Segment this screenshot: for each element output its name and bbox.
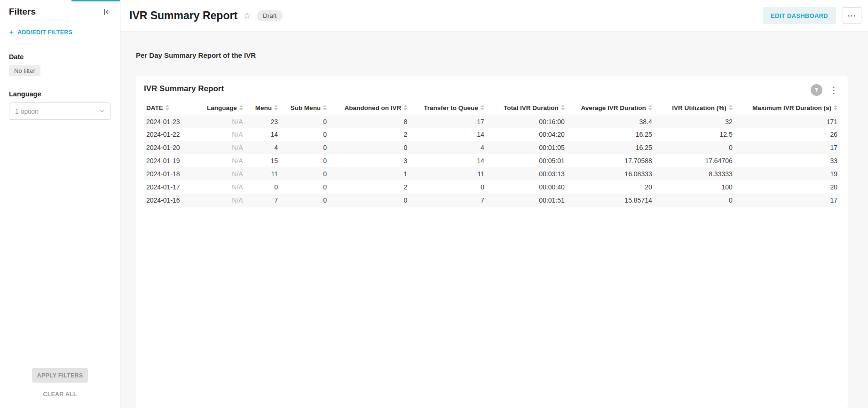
dashboard-main: IVR Summary Report ☆ Draft EDIT DASHBOAR… <box>120 0 868 408</box>
add-edit-filters-label: ADD/EDIT FILTERS <box>17 29 72 36</box>
table-cell: 00:05:01 <box>487 154 567 167</box>
table-cell: 16.08333 <box>567 167 655 180</box>
table-cell: 2 <box>329 128 410 141</box>
draft-badge: Draft <box>257 10 283 21</box>
table-cell: 12.5 <box>655 128 735 141</box>
date-filter-label: Date <box>9 53 111 61</box>
table-cell: 7 <box>245 194 280 207</box>
cross-filter-icon[interactable] <box>811 84 822 96</box>
table-cell: 14 <box>410 154 487 167</box>
table-cell: 0 <box>280 115 329 128</box>
table-cell: 0 <box>280 167 329 180</box>
table-cell: N/A <box>203 115 245 128</box>
table-cell: 16.25 <box>567 128 655 141</box>
favorite-star-icon[interactable]: ☆ <box>243 11 251 20</box>
table-cell: 0 <box>280 180 329 194</box>
table-cell: 0 <box>329 194 410 207</box>
table-cell: 17 <box>735 194 840 207</box>
sidebar-footer: APPLY FILTERS CLEAR ALL <box>9 368 111 398</box>
table-cell: 00:04:20 <box>487 128 567 141</box>
language-select[interactable]: 1 option <box>9 102 111 120</box>
table-row: 2024-01-23N/A23081700:16:0038.432171 <box>144 115 840 128</box>
table-row: 2024-01-22N/A14021400:04:2016.2512.526 <box>144 128 840 141</box>
table-cell: 15.85714 <box>567 194 655 207</box>
table-cell: 00:01:05 <box>487 141 567 154</box>
column-header-maximum-ivr-duration-s[interactable]: Maximum IVR Duration (s) <box>735 102 840 115</box>
table-cell: 2024-01-18 <box>144 167 203 180</box>
table-cell: 00:03:13 <box>487 167 567 180</box>
page-title: IVR Summary Report <box>129 9 237 22</box>
date-filter-chip[interactable]: No filter <box>9 65 40 76</box>
column-header-ivr-utilization[interactable]: IVR Utilization (%) <box>655 102 735 115</box>
sort-icon <box>648 105 652 110</box>
table-cell: 2024-01-19 <box>144 154 203 167</box>
column-header-average-ivr-duration[interactable]: Average IVR Duration <box>567 102 655 115</box>
table-cell: 11 <box>245 167 280 180</box>
table-row: 2024-01-18N/A11011100:03:1316.083338.333… <box>144 167 840 180</box>
table-body: 2024-01-23N/A23081700:16:0038.4321712024… <box>144 115 840 207</box>
column-header-transfer-to-queue[interactable]: Transfer to Queue <box>410 102 487 115</box>
sort-icon <box>274 105 278 110</box>
table-cell: 00:16:00 <box>487 115 567 128</box>
table-cell: 0 <box>410 180 487 194</box>
table-cell: 171 <box>735 115 840 128</box>
table-cell: 15 <box>245 154 280 167</box>
filters-sidebar: Filters + ADD/EDIT FILTERS Date No filte… <box>0 0 120 408</box>
table-row: 2024-01-19N/A15031400:05:0117.7058817.64… <box>144 154 840 167</box>
table-cell: 4 <box>245 141 280 154</box>
table-cell: 2 <box>329 180 410 194</box>
table-cell: 0 <box>280 141 329 154</box>
table-cell: 17.64706 <box>655 154 735 167</box>
table-row: 2024-01-17N/A002000:00:402010020 <box>144 180 840 194</box>
table-cell: 8 <box>329 115 410 128</box>
clear-all-button[interactable]: CLEAR ALL <box>43 391 77 398</box>
sidebar-accent-line <box>71 0 120 1</box>
ellipsis-icon: ··· <box>848 12 856 20</box>
sort-icon <box>561 105 565 110</box>
column-header-menu[interactable]: Menu <box>245 102 280 115</box>
column-header-date[interactable]: DATE <box>144 102 203 115</box>
table-cell: 0 <box>280 154 329 167</box>
column-header-language[interactable]: Language <box>203 102 245 115</box>
table-cell: 8.33333 <box>655 167 735 180</box>
date-filter-group: Date No filter <box>9 53 111 76</box>
table-cell: 00:00:40 <box>487 180 567 194</box>
table-header-row: DATELanguageMenuSub MenuAbandoned on IVR… <box>144 102 840 115</box>
table-cell: 14 <box>245 128 280 141</box>
column-header-total-ivr-duration[interactable]: Total IVR Duration <box>487 102 567 115</box>
table-cell: 14 <box>410 128 487 141</box>
table-cell: 2024-01-20 <box>144 141 203 154</box>
add-edit-filters-button[interactable]: + ADD/EDIT FILTERS <box>9 28 111 36</box>
table-cell: 0 <box>245 180 280 194</box>
chart-kebab-icon[interactable]: ⋮ <box>828 86 840 94</box>
table-cell: 0 <box>655 194 735 207</box>
chart-card: IVR Summary Report ⋮ DATELanguageMenuSub… <box>136 76 848 408</box>
sort-icon <box>239 105 243 110</box>
table-cell: 17 <box>735 141 840 154</box>
table-cell: 17.70588 <box>567 154 655 167</box>
table-cell: 0 <box>329 141 410 154</box>
table-cell: N/A <box>203 128 245 141</box>
table-cell: 2024-01-17 <box>144 180 203 194</box>
dashboard-header: IVR Summary Report ☆ Draft EDIT DASHBOAR… <box>120 0 868 31</box>
table-row: 2024-01-20N/A400400:01:0516.25017 <box>144 141 840 154</box>
table-cell: 23 <box>245 115 280 128</box>
table-cell: 4 <box>410 141 487 154</box>
table-row: 2024-01-16N/A700700:01:5115.85714017 <box>144 194 840 207</box>
edit-dashboard-button[interactable]: EDIT DASHBOARD <box>763 7 836 24</box>
column-header-sub-menu[interactable]: Sub Menu <box>280 102 329 115</box>
language-filter-label: Language <box>9 90 111 98</box>
table-cell: N/A <box>203 154 245 167</box>
table-cell: N/A <box>203 194 245 207</box>
sort-icon <box>166 105 169 110</box>
apply-filters-button[interactable]: APPLY FILTERS <box>32 368 88 383</box>
table-cell: 1 <box>329 167 410 180</box>
column-header-abandoned-on-ivr[interactable]: Abandoned on IVR <box>329 102 410 115</box>
table-cell: 33 <box>735 154 840 167</box>
table-cell: 2024-01-23 <box>144 115 203 128</box>
more-options-button[interactable]: ··· <box>843 7 861 24</box>
table-cell: 26 <box>735 128 840 141</box>
table-cell: 100 <box>655 180 735 194</box>
table-cell: N/A <box>203 180 245 194</box>
collapse-filters-icon[interactable] <box>103 8 111 16</box>
